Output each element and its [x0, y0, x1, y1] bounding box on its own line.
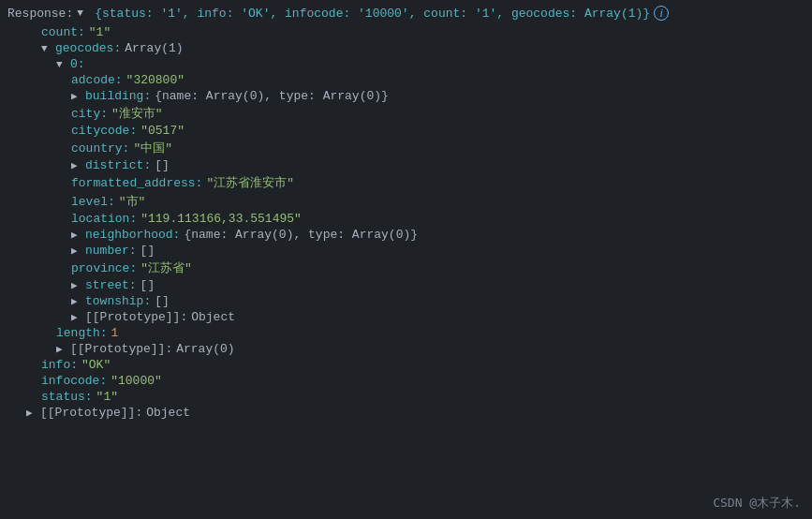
collapse-arrow-icon[interactable]: ▼	[77, 7, 88, 19]
location-key: location:	[71, 212, 137, 226]
prototype-root-expand-icon[interactable]: ▶	[26, 407, 37, 419]
response-summary: {status: '1', info: 'OK', infocode: '100…	[95, 7, 650, 21]
response-label: Response:	[7, 7, 73, 21]
status-key: status:	[41, 390, 93, 404]
province-row: province: "江苏省"	[11, 259, 812, 277]
building-expand-icon[interactable]: ▶	[71, 90, 82, 102]
building-key: building:	[85, 89, 151, 103]
item0-key: 0:	[70, 57, 85, 71]
neighborhood-expand-icon[interactable]: ▶	[71, 229, 82, 241]
location-row: location: "119.113166,33.551495"	[11, 211, 812, 227]
township-key: township:	[85, 294, 151, 308]
adcode-value: "320800"	[126, 73, 185, 87]
citycode-row: citycode: "0517"	[11, 123, 812, 139]
prototype0-key: [[Prototype]]:	[85, 310, 187, 324]
street-expand-icon[interactable]: ▶	[71, 279, 82, 291]
number-value: []	[140, 244, 155, 258]
township-value: []	[155, 294, 170, 308]
adcode-row: adcode: "320800"	[11, 72, 812, 88]
township-row: ▶ township: []	[11, 293, 812, 309]
status-value: "1"	[96, 390, 118, 404]
building-row: ▶ building: {name: Array(0), type: Array…	[11, 88, 812, 104]
neighborhood-key: neighborhood:	[85, 228, 180, 242]
prototype0-expand-icon[interactable]: ▶	[71, 311, 82, 323]
district-value: []	[155, 158, 170, 172]
geocodes-row: ▼ geocodes: Array(1)	[11, 40, 812, 56]
watermark: CSDN @木子木.	[713, 495, 801, 512]
geocodes-key: geocodes:	[55, 41, 121, 55]
prototype0-row: ▶ [[Prototype]]: Object	[11, 309, 812, 325]
province-key: province:	[71, 261, 137, 275]
street-value: []	[140, 278, 155, 292]
info-value: "OK"	[81, 358, 111, 372]
district-key: district:	[85, 158, 151, 172]
city-key: city:	[71, 107, 108, 121]
count-row: count: "1"	[11, 24, 812, 40]
location-value: "119.113166,33.551495"	[140, 212, 302, 226]
length-key: length:	[56, 326, 108, 340]
building-value: {name: Array(0), type: Array(0)}	[155, 89, 389, 103]
adcode-key: adcode:	[71, 73, 123, 87]
item0-expand-icon[interactable]: ▼	[56, 59, 67, 70]
district-row: ▶ district: []	[11, 157, 812, 173]
number-key: number:	[85, 244, 137, 258]
citycode-key: citycode:	[71, 124, 137, 138]
street-key: street:	[85, 278, 137, 292]
status-row: status: "1"	[11, 389, 812, 405]
count-key: count:	[41, 25, 85, 39]
length-row: length: 1	[11, 325, 812, 341]
geocodes-summary: Array(1)	[125, 41, 183, 55]
level-value: "市"	[119, 193, 146, 210]
geocodes-expand-icon[interactable]: ▼	[41, 43, 52, 54]
info-row: info: "OK"	[11, 357, 812, 373]
prototype-array-value: Array(0)	[176, 342, 234, 356]
tree-container: count: "1" ▼ geocodes: Array(1) ▼ 0: adc…	[0, 24, 812, 421]
prototype0-value: Object	[191, 310, 235, 324]
number-expand-icon[interactable]: ▶	[71, 245, 82, 257]
prototype-root-key: [[Prototype]]:	[40, 406, 142, 420]
number-row: ▶ number: []	[11, 243, 812, 259]
infocode-row: infocode: "10000"	[11, 373, 812, 389]
citycode-value: "0517"	[140, 124, 185, 138]
length-value: 1	[111, 326, 119, 340]
prototype-array-row: ▶ [[Prototype]]: Array(0)	[11, 341, 812, 357]
country-key: country:	[71, 141, 129, 156]
formatted-address-row: formatted_address: "江苏省淮安市"	[11, 173, 812, 192]
province-value: "江苏省"	[140, 260, 192, 276]
street-row: ▶ street: []	[11, 277, 812, 293]
level-key: level:	[71, 195, 115, 209]
neighborhood-value: {name: Array(0), type: Array(0)}	[184, 228, 418, 242]
prototype-root-row: ▶ [[Prototype]]: Object	[11, 405, 812, 421]
infocode-value: "10000"	[111, 374, 162, 388]
info-key: info:	[41, 358, 78, 372]
township-expand-icon[interactable]: ▶	[71, 295, 82, 307]
infocode-key: infocode:	[41, 374, 107, 388]
console-panel: Response: ▼ {status: '1', info: 'OK', in…	[0, 0, 812, 519]
level-row: level: "市"	[11, 192, 812, 211]
formatted-address-value: "江苏省淮安市"	[206, 174, 294, 191]
country-row: country: "中国"	[11, 139, 812, 157]
item0-row: ▼ 0:	[11, 56, 812, 72]
formatted-address-key: formatted_address:	[71, 176, 202, 190]
city-value: "淮安市"	[111, 105, 163, 122]
count-value: "1"	[89, 25, 111, 39]
prototype-array-key: [[Prototype]]:	[70, 342, 172, 356]
neighborhood-row: ▶ neighborhood: {name: Array(0), type: A…	[11, 227, 812, 243]
response-header: Response: ▼ {status: '1', info: 'OK', in…	[0, 4, 812, 24]
prototype-array-expand-icon[interactable]: ▶	[56, 343, 67, 355]
prototype-root-value: Object	[146, 406, 190, 420]
country-value: "中国"	[133, 140, 172, 156]
info-icon[interactable]: i	[654, 6, 669, 21]
district-expand-icon[interactable]: ▶	[71, 159, 82, 171]
city-row: city: "淮安市"	[11, 104, 812, 123]
